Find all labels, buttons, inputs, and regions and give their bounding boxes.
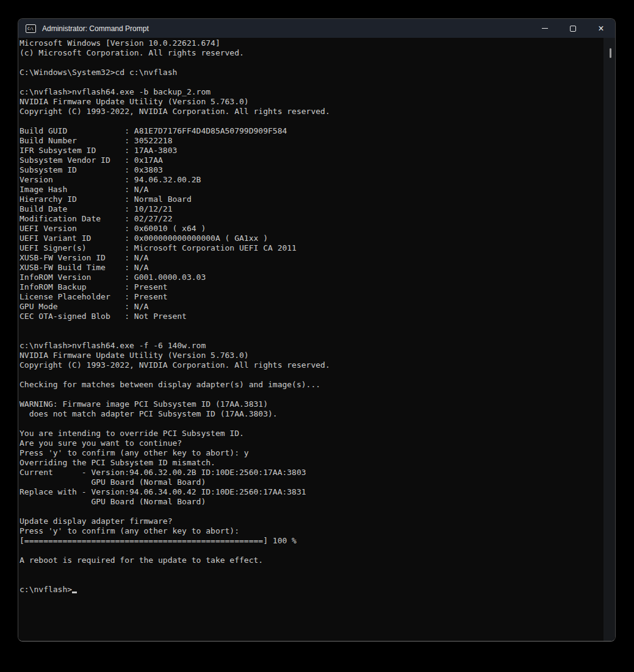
cmd-icon: C:\	[26, 24, 36, 33]
terminal-screen[interactable]: Microsoft Windows [Version 10.0.22621.67…	[18, 38, 615, 641]
close-icon: ×	[598, 24, 603, 34]
window-title: Administrator: Command Prompt	[42, 24, 531, 33]
cmd-icon-text: C:\	[26, 25, 33, 30]
terminal-text: Microsoft Windows [Version 10.0.22621.67…	[20, 38, 330, 594]
scrollbar[interactable]	[603, 38, 615, 641]
terminal-output: Microsoft Windows [Version 10.0.22621.67…	[18, 38, 615, 595]
caption-buttons: ×	[531, 19, 615, 38]
close-button[interactable]: ×	[587, 19, 615, 38]
desktop: C:\ Administrator: Command Prompt × Micr…	[0, 0, 634, 672]
maximize-icon	[570, 26, 576, 32]
minimize-button[interactable]	[531, 19, 559, 38]
minimize-icon	[542, 28, 548, 29]
titlebar[interactable]: C:\ Administrator: Command Prompt ×	[18, 19, 615, 38]
command-prompt-window: C:\ Administrator: Command Prompt × Micr…	[18, 18, 616, 642]
scrollbar-thumb[interactable]	[610, 48, 611, 58]
terminal-cursor: _	[72, 592, 77, 593]
maximize-button[interactable]	[559, 19, 587, 38]
